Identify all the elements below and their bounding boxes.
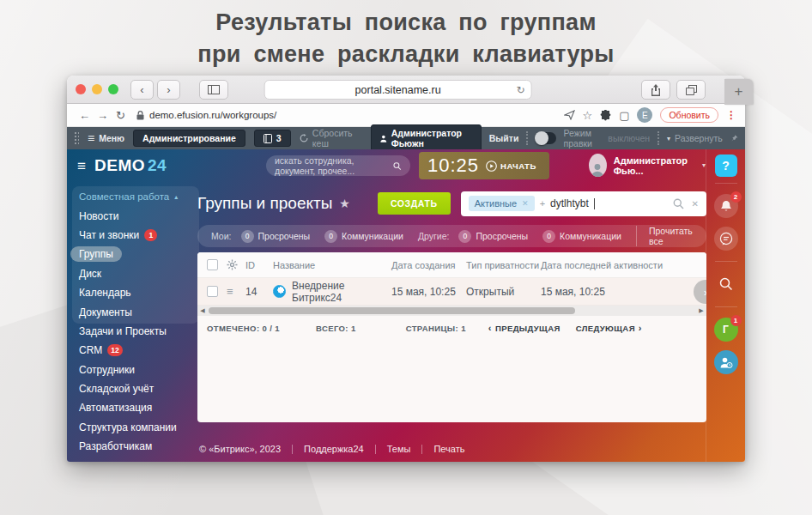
scrollbar-thumb[interactable] bbox=[209, 307, 575, 314]
column-header-activity[interactable]: Дата последней активности bbox=[541, 260, 706, 270]
chrome-menu-icon[interactable]: ⋮ bbox=[726, 109, 736, 121]
admin-user-button[interactable]: Администратор Фьюжн bbox=[371, 124, 482, 152]
sidebar-item-inventory[interactable]: Складской учёт bbox=[79, 379, 197, 398]
global-search-input[interactable]: искать сотрудника, документ, прочее... bbox=[266, 155, 410, 176]
sidebar-item-developers[interactable]: Разработчикам bbox=[79, 437, 197, 456]
select-all-checkbox[interactable] bbox=[207, 259, 218, 270]
sidebar-item-tasks[interactable]: Задачи и Проекты bbox=[79, 322, 197, 341]
footer-link-support[interactable]: Поддержка24 bbox=[304, 444, 364, 454]
sidebar-item-news[interactable]: Новости bbox=[79, 206, 197, 225]
edit-mode-toggle[interactable] bbox=[536, 132, 555, 144]
favorite-star-icon[interactable]: ★ bbox=[339, 197, 350, 210]
row-checkbox[interactable] bbox=[207, 286, 218, 297]
sidebar-item-documents[interactable]: Документы bbox=[79, 302, 197, 321]
create-button[interactable]: СОЗДАТЬ bbox=[378, 192, 451, 215]
share-button[interactable] bbox=[641, 80, 670, 100]
current-user-menu[interactable]: Администратор Фью... ▾ bbox=[589, 154, 706, 177]
sidebar-item-chat[interactable]: Чат и звонки1 bbox=[79, 226, 197, 245]
column-header-name[interactable]: Название bbox=[273, 260, 391, 270]
send-icon[interactable] bbox=[564, 110, 575, 120]
filter-tag-active[interactable]: Активные ✕ bbox=[469, 196, 535, 211]
address-bar[interactable]: portal.sitename.ru ↻ bbox=[264, 80, 532, 100]
counter-others-overdue[interactable]: 0Просрочены bbox=[458, 230, 528, 243]
tabs-overview-button[interactable] bbox=[676, 80, 706, 100]
row-menu-icon[interactable]: ≡ bbox=[227, 285, 233, 298]
footer-link-print[interactable]: Печать bbox=[433, 444, 464, 454]
admin-menu-button[interactable]: ≡ Меню bbox=[88, 132, 124, 144]
back-button[interactable]: ‹ bbox=[130, 80, 154, 100]
chrome-back-icon[interactable]: ← bbox=[76, 109, 94, 122]
footer-link-themes[interactable]: Темы bbox=[387, 444, 411, 454]
clear-search-icon[interactable]: ✕ bbox=[691, 199, 698, 209]
chrome-address-bar[interactable]: demo.efusion.ru/workgroups/ bbox=[136, 110, 276, 120]
next-page-button[interactable]: СЛЕДУЮЩАЯ› bbox=[576, 323, 642, 333]
forward-button[interactable]: › bbox=[157, 80, 180, 100]
counter-my-overdue[interactable]: 0Просрочены bbox=[241, 230, 311, 243]
horizontal-scrollbar[interactable]: ◀ ▶ bbox=[197, 306, 706, 316]
notifications-button[interactable]: 2 bbox=[714, 194, 738, 218]
user-name: Администратор Фью... bbox=[614, 155, 695, 176]
profile-avatar[interactable]: E bbox=[637, 107, 652, 123]
close-window-icon[interactable] bbox=[76, 84, 86, 94]
sidebar-item-employees[interactable]: Сотрудники bbox=[79, 360, 197, 379]
minimize-window-icon[interactable] bbox=[92, 84, 102, 94]
chevron-up-icon: ▴ bbox=[174, 193, 178, 201]
cell-group-name[interactable]: Внедрение Битрикс24 bbox=[292, 280, 391, 304]
previous-page-button[interactable]: ‹ПРЕДЫДУЩАЯ bbox=[488, 323, 561, 333]
extensions-puzzle-icon[interactable] bbox=[600, 110, 611, 121]
menu-icon[interactable]: ≡ bbox=[77, 158, 86, 175]
bitrix-app: ≡ DEMO24 искать сотрудника, документ, пр… bbox=[67, 149, 745, 462]
remove-tag-icon[interactable]: ✕ bbox=[522, 199, 529, 208]
sidebar-item-groups[interactable]: Группы bbox=[79, 245, 197, 264]
badge-count: 1 bbox=[148, 231, 153, 239]
lock-icon bbox=[136, 111, 144, 120]
administration-label: Администрирование bbox=[142, 133, 236, 143]
help-button[interactable]: ? bbox=[715, 154, 737, 177]
filter-search-bar[interactable]: Активные ✕ + dytlhtybt ✕ bbox=[461, 191, 706, 216]
read-all-button[interactable]: Прочитать все bbox=[636, 226, 693, 246]
chrome-reload-icon[interactable]: ↻ bbox=[112, 109, 130, 122]
edit-mode-label: Режим правки bbox=[564, 128, 597, 148]
search-icon[interactable] bbox=[673, 198, 684, 209]
scroll-right-icon[interactable]: ▶ bbox=[696, 307, 706, 314]
sidebar-item-calendar[interactable]: Календарь bbox=[79, 283, 197, 302]
counter-others-communications[interactable]: 0Коммуникации bbox=[542, 230, 621, 243]
clock-time: 10:25 bbox=[427, 154, 479, 177]
column-header-id[interactable]: ID bbox=[245, 260, 273, 270]
gear-icon[interactable] bbox=[227, 259, 238, 270]
pin-icon[interactable] bbox=[730, 133, 738, 143]
docs-counter-button[interactable]: 3 bbox=[254, 130, 291, 147]
worktime-users-button[interactable] bbox=[714, 350, 738, 374]
new-tab-button[interactable]: + bbox=[724, 79, 753, 105]
sidebar-toggle-button[interactable] bbox=[199, 80, 228, 100]
expand-button[interactable]: ▾Развернуть bbox=[667, 133, 723, 143]
sidebar-item-disk[interactable]: Диск bbox=[79, 264, 197, 283]
reset-cache-button[interactable]: Сбросить кеш bbox=[300, 128, 362, 148]
worktime-widget[interactable]: 10:25 НАЧАТЬ bbox=[419, 152, 549, 179]
group-icon bbox=[273, 285, 286, 298]
zoom-window-icon[interactable] bbox=[108, 84, 118, 94]
table-row[interactable]: ≡ 14 Внедрение Битрикс24 15 мая, 10:25 О… bbox=[197, 278, 706, 306]
scroll-left-icon[interactable]: ◀ bbox=[197, 307, 208, 314]
sidebar-item-crm[interactable]: CRM12 bbox=[79, 341, 197, 360]
sidebar-item-company-structure[interactable]: Структура компании bbox=[79, 418, 197, 437]
column-header-privacy[interactable]: Тип приватности bbox=[466, 260, 541, 270]
chat-contact-avatar[interactable]: Г 1 bbox=[714, 318, 738, 342]
messenger-button[interactable] bbox=[714, 227, 738, 251]
chrome-forward-icon[interactable]: → bbox=[94, 109, 112, 122]
reload-icon[interactable]: ↻ bbox=[517, 84, 525, 96]
start-workday-button[interactable]: НАЧАТЬ bbox=[486, 161, 536, 172]
logo[interactable]: DEMO24 bbox=[94, 156, 167, 175]
administration-button[interactable]: Администрирование bbox=[133, 130, 245, 147]
rail-search-button[interactable] bbox=[714, 272, 738, 296]
window-square-icon[interactable]: ▢ bbox=[619, 109, 629, 122]
drag-handle-icon[interactable] bbox=[74, 131, 79, 145]
sidebar-item-automation[interactable]: Автоматизация bbox=[79, 398, 197, 417]
bookmark-star-icon[interactable]: ☆ bbox=[583, 109, 593, 122]
edit-mode-state: выключен bbox=[608, 133, 650, 143]
sidebar-section-header[interactable]: Совместная работа ▴ bbox=[79, 187, 197, 206]
logout-button[interactable]: Выйти bbox=[489, 133, 519, 143]
column-header-created[interactable]: Дата создания bbox=[391, 260, 466, 270]
update-browser-button[interactable]: Обновить bbox=[660, 107, 718, 123]
counter-my-communications[interactable]: 0Коммуникации bbox=[324, 230, 403, 243]
